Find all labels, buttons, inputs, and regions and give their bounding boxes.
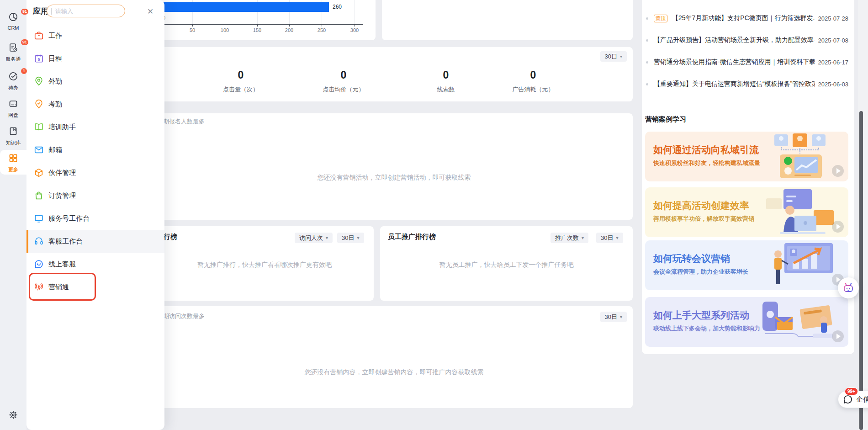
play-button[interactable] bbox=[832, 221, 844, 233]
close-icon[interactable]: ✕ bbox=[147, 8, 153, 16]
unread-badge: 99+ bbox=[845, 388, 858, 395]
card-title-partial: 行榜 bbox=[164, 233, 177, 241]
briefcase-icon bbox=[34, 31, 44, 41]
app-item-online-cs[interactable]: 线上客服 bbox=[26, 253, 164, 276]
cube-icon bbox=[34, 168, 44, 178]
news-date: 2025-06-17 bbox=[818, 59, 849, 66]
stat-label: 点击均价（元） bbox=[302, 85, 385, 94]
sidebar-item-drive[interactable]: 网盘 bbox=[0, 99, 26, 119]
book-icon bbox=[8, 126, 18, 136]
notification-badge: 91 bbox=[21, 9, 28, 15]
stat-value: 0 bbox=[200, 69, 282, 81]
bullet-icon bbox=[646, 17, 648, 20]
news-title[interactable]: 营销通分场景使用指南-微信生态营销应用｜培训资料下载 bbox=[654, 58, 815, 66]
scrollbar-thumb[interactable] bbox=[859, 111, 863, 430]
shopping-bag-icon bbox=[34, 191, 44, 201]
chevron-down-icon: ▾ bbox=[326, 235, 328, 240]
case-subtitle: 联动线上线下多会场，加大势能和影响力 bbox=[653, 324, 760, 333]
staff-ranking-card: 员工推广排行榜 推广次数▾ 30日▾ 暂无员工推广，快去给员工下发一个推广任务吧 bbox=[380, 226, 633, 301]
case-card-conference-marketing[interactable]: 如何玩转会议营销 会议全流程管理，助力企业获客增长 bbox=[645, 240, 848, 290]
news-item[interactable]: 【产品升级预告】活动营销场景全新升级，助力配置效率与... 2025-07-08 bbox=[645, 35, 848, 46]
app-item-cs-workbench[interactable]: 客服工作台 bbox=[26, 230, 164, 253]
news-title[interactable]: 【重要通知】关于电信运营商新增短信“模板报备”管控政策... bbox=[654, 80, 815, 88]
sidebar-item-service[interactable]: 91 服务通 bbox=[0, 42, 26, 63]
news-item[interactable]: 营销通分场景使用指南-微信生态营销应用｜培训资料下载 2025-06-17 bbox=[645, 57, 848, 68]
stat-avg-click-price: 0 点击均价（元） bbox=[302, 69, 385, 94]
empty-state-text: 您还没有营销活动，立即创建营销活动，即可获取线索 bbox=[155, 174, 633, 182]
news-date: 2025-06-03 bbox=[818, 81, 849, 88]
chevron-down-icon: ▾ bbox=[616, 235, 618, 240]
case-card-private-traffic[interactable]: 如何通过活动向私域引流 快速积累粉丝和好友，轻松构建私域流量 bbox=[645, 132, 848, 181]
card-header-partial: 期访问次数最多 bbox=[163, 312, 205, 320]
app-item-attendance[interactable]: 考勤 bbox=[26, 93, 164, 116]
app-item-partner[interactable]: 伙伴管理 bbox=[26, 161, 164, 184]
calendar-icon: 5 bbox=[34, 53, 44, 64]
app-item-training[interactable]: 培训助手 bbox=[26, 116, 164, 138]
chat-bubble-icon bbox=[842, 394, 853, 405]
qixin-chat-button[interactable]: 企信 99+ bbox=[838, 391, 868, 408]
marketing-content-card: 期访问次数最多 30日▾ 您还没有营销内容，立即创建营销内容，即可推广内容获取线… bbox=[155, 306, 633, 408]
sidebar-item-knowledge[interactable]: 知识库 bbox=[0, 126, 26, 146]
pinned-badge: 置顶 bbox=[654, 15, 667, 22]
app-item-marketing[interactable]: 营销通 bbox=[26, 276, 164, 298]
scrollbar-track[interactable] bbox=[858, 0, 868, 430]
news-item[interactable]: 【重要通知】关于电信运营商新增短信“模板报备”管控政策... 2025-06-0… bbox=[645, 79, 848, 90]
panel-title: 应用 bbox=[33, 6, 48, 16]
app-item-service-account[interactable]: 服务号工作台 bbox=[26, 207, 164, 230]
metric-dropdown[interactable]: 推广次数▾ bbox=[550, 233, 588, 243]
app-item-ordering[interactable]: 订货管理 bbox=[26, 184, 164, 207]
period-dropdown[interactable]: 30日▾ bbox=[337, 233, 364, 243]
app-search-input[interactable] bbox=[53, 5, 121, 16]
card-header-partial: 期报名人数最多 bbox=[163, 117, 205, 126]
play-button[interactable] bbox=[832, 330, 844, 342]
stat-value: 0 bbox=[405, 69, 487, 81]
case-card-series-events[interactable]: 如何上手大型系列活动 联动线上线下多会场，加大势能和影响力 bbox=[645, 297, 848, 347]
period-dropdown[interactable]: 30日▾ bbox=[600, 51, 627, 62]
case-title: 如何提高活动创建效率 bbox=[653, 199, 749, 212]
news-title[interactable]: 【25年7月新功能】支持PC微页面｜行为筛选群发... bbox=[672, 14, 815, 22]
empty-state-text: 暂无推广排行，快去推广看看哪次推广更有效吧 bbox=[155, 261, 374, 269]
stat-leads: 0 线索数 bbox=[405, 69, 487, 94]
news-title[interactable]: 【产品升级预告】活动营销场景全新升级，助力配置效率与... bbox=[654, 36, 815, 44]
case-title: 如何通过活动向私域引流 bbox=[653, 143, 759, 156]
envelope-icon bbox=[34, 145, 44, 155]
bar-series-segment[interactable] bbox=[155, 2, 329, 12]
empty-state-text: 暂无员工推广，快去给员工下发一个推广任务吧 bbox=[380, 261, 633, 269]
case-subtitle: 善用模板事半功倍，解放双手高效营销 bbox=[653, 215, 754, 223]
app-item-calendar[interactable]: 5 日程 bbox=[26, 47, 164, 70]
stat-value: 0 bbox=[302, 69, 385, 81]
news-date: 2025-07-28 bbox=[818, 15, 849, 22]
chart-gridline bbox=[355, 0, 355, 24]
pie-chart-icon bbox=[8, 12, 18, 22]
pin-check-icon bbox=[34, 99, 44, 109]
settings-button[interactable] bbox=[0, 410, 26, 419]
x-tick: 250 bbox=[318, 27, 326, 33]
cases-section-title: 营销案例学习 bbox=[645, 115, 686, 124]
case-card-activity-efficiency[interactable]: 如何提高活动创建效率 善用模板事半功倍，解放双手高效营销 bbox=[645, 187, 848, 237]
sidebar-item-todo[interactable]: 1 待办 bbox=[0, 71, 26, 91]
app-item-work[interactable]: 工作 bbox=[26, 24, 164, 47]
sidebar-item-crm[interactable]: 91 CRM bbox=[0, 12, 26, 31]
sidebar-item-more[interactable]: 更多 bbox=[0, 153, 26, 173]
app-item-field-work[interactable]: 外勤 bbox=[26, 70, 164, 93]
metric-dropdown[interactable]: 访问人次▾ bbox=[295, 233, 333, 243]
app-search-box[interactable] bbox=[47, 5, 125, 17]
news-date: 2025-07-08 bbox=[818, 37, 849, 44]
headset-icon bbox=[34, 236, 44, 246]
robot-icon bbox=[842, 282, 854, 294]
notification-badge: 1 bbox=[21, 68, 27, 74]
play-button[interactable] bbox=[832, 165, 844, 177]
chevron-down-icon: ▾ bbox=[620, 54, 622, 59]
app-item-mail[interactable]: 邮箱 bbox=[26, 138, 164, 161]
x-tick: 50 bbox=[190, 27, 195, 33]
period-dropdown[interactable]: 30日▾ bbox=[600, 312, 627, 322]
ad-stats-card: 30日▾ 0 点击量（次） 0 点击均价（元） 0 线索数 0 广告消耗（元） bbox=[155, 47, 633, 101]
news-item[interactable]: 置顶 【25年7月新功能】支持PC微页面｜行为筛选群发... 2025-07-2… bbox=[645, 13, 848, 24]
chevron-down-icon: ▾ bbox=[620, 314, 622, 319]
clicks-chart-card: 260 50 100 150 200 250 300 0 bbox=[155, 0, 376, 40]
assistant-robot-button[interactable] bbox=[838, 277, 859, 298]
period-dropdown[interactable]: 30日▾ bbox=[596, 233, 623, 243]
stat-label: 点击量（次） bbox=[200, 85, 282, 94]
location-pin-icon bbox=[34, 76, 44, 86]
x-axis bbox=[155, 24, 363, 25]
